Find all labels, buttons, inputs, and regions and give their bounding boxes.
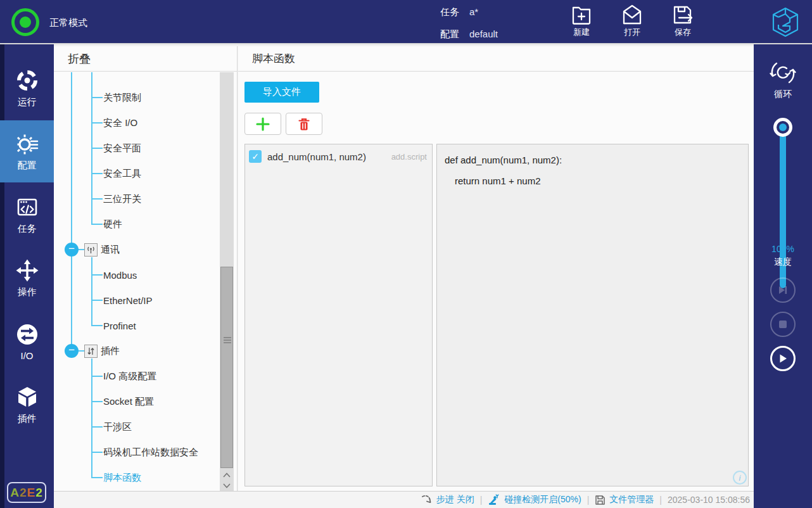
play-icon [777, 353, 789, 364]
new-button-label: 新建 [573, 27, 590, 38]
top-bar: 正常模式 任务a* 配置default 新建 打开 保存 [0, 0, 812, 44]
tree-item-io-advanced[interactable]: I/O 高级配置 [54, 364, 217, 389]
tree-item-script-functions[interactable]: 脚本函数 [54, 465, 217, 490]
nav-item-config[interactable]: 配置 [0, 120, 54, 182]
speed-label: 速度 [754, 257, 812, 268]
right-control-panel: 循环 100% 速度 [754, 44, 812, 508]
config-tree: 关节限制 安全 I/O 安全平面 安全工具 三位开关 硬件 − 通讯 Modbu… [54, 72, 219, 491]
antenna-icon [84, 243, 98, 257]
open-button-label: 打开 [624, 27, 640, 38]
badge-char: E [27, 486, 36, 500]
save-icon [671, 4, 694, 25]
nav-label-task: 任务 [18, 223, 37, 235]
clock-timestamp: 2025-03-10 15:08:56 [668, 495, 750, 505]
tree-item-joint-limit[interactable]: 关节限制 [54, 85, 217, 110]
brand-logo-icon [769, 6, 802, 39]
scroll-down-button[interactable] [220, 480, 234, 491]
nav-item-io[interactable]: I/O [0, 310, 54, 372]
plugin-cube-icon [15, 385, 39, 409]
code-line: def add_num(num1, num2): [445, 149, 740, 170]
collision-detection-icon [488, 494, 500, 505]
script-list-item[interactable]: ✓ add_num(num1, num2) add.script [249, 148, 428, 165]
tree-item-safety-tool[interactable]: 安全工具 [54, 161, 217, 186]
tree-item-safety-plane[interactable]: 安全平面 [54, 136, 217, 161]
code-line: return num1 + num2 [445, 170, 740, 191]
tree-item-interference-zone[interactable]: 干涉区 [54, 414, 217, 440]
open-button[interactable]: 打开 [608, 4, 656, 38]
tree-item-ethernet-ip[interactable]: EtherNet/IP [54, 288, 217, 313]
script-checkbox[interactable]: ✓ [249, 150, 262, 163]
new-file-icon [570, 4, 593, 25]
config-gear-icon [15, 132, 39, 156]
tree-scrollbar[interactable] [220, 72, 234, 491]
code-editor[interactable]: def add_num(num1, num2): return num1 + n… [436, 144, 749, 486]
tree-item-socket-config[interactable]: Socket 配置 [54, 389, 217, 414]
tree-scrollbar-thumb[interactable] [220, 267, 233, 468]
open-file-icon [621, 4, 644, 25]
step-next-button[interactable] [770, 277, 796, 303]
save-button-label: 保存 [675, 27, 691, 38]
nav-label-config: 配置 [18, 160, 37, 172]
info-icon[interactable]: i [733, 471, 747, 485]
step-mode-status[interactable]: 步进 关闭 [436, 494, 474, 505]
tree-item-hardware[interactable]: 硬件 [54, 212, 217, 237]
badge-char: A [10, 486, 20, 500]
nav-label-run: 运行 [18, 96, 37, 108]
config-value: default [469, 29, 498, 39]
stop-button[interactable] [770, 312, 796, 337]
script-functions-panel: 脚本函数 导入文件 ✓ add_num(num1, num2) add.scri… [238, 46, 754, 491]
status-bar: 步进 关闭 | 碰撞检测开启(50%) | 文件管理器 | 2025-03-10… [54, 491, 754, 508]
tree-group-plugin[interactable]: − 插件 [54, 338, 217, 364]
mode-label: 正常模式 [49, 17, 87, 29]
separator: | [585, 495, 592, 505]
badge-char: 2 [20, 486, 27, 500]
trash-icon [296, 116, 312, 132]
tree-item-modbus[interactable]: Modbus [54, 262, 217, 288]
tree-item-palletizer-data-safety[interactable]: 码垛机工作站数据安全 [54, 440, 217, 465]
mode-indicator-icon[interactable] [11, 8, 39, 36]
stop-icon [778, 320, 787, 329]
collapse-toggle-icon[interactable]: − [65, 344, 79, 358]
tree-item-profinet[interactable]: Profinet [54, 313, 217, 338]
nav-item-task[interactable]: 任务 [0, 184, 54, 246]
collision-detection-status[interactable]: 碰撞检测开启(50%) [504, 494, 581, 505]
new-button[interactable]: 新建 [557, 4, 606, 38]
file-manager-link[interactable]: 文件管理器 [609, 494, 654, 505]
move-arrows-icon [15, 258, 39, 283]
tree-item-three-position-switch[interactable]: 三位开关 [54, 186, 217, 212]
config-tree-panel: 折叠 关节限制 安全 I/O 安全平面 安全工具 三位开关 硬件 − 通讯 [54, 46, 238, 491]
tree-item-safety-io[interactable]: 安全 I/O [54, 110, 217, 136]
speed-slider-thumb[interactable] [773, 118, 792, 137]
skip-next-icon [777, 284, 789, 296]
collapse-toggle-icon[interactable]: − [65, 243, 79, 257]
tree-group-communication[interactable]: − 通讯 [54, 237, 217, 262]
nav-item-run[interactable]: 运行 [0, 57, 54, 119]
a2e2-badge[interactable]: A 2 E 2 [7, 482, 46, 503]
task-row: 任务a* [440, 6, 478, 18]
scroll-up-button[interactable] [220, 469, 234, 480]
nav-item-operate[interactable]: 操作 [0, 247, 54, 309]
script-name: add_num(num1, num2) [267, 151, 391, 162]
nav-label-io: I/O [20, 350, 33, 361]
separator: | [478, 495, 485, 505]
content-area: 折叠 关节限制 安全 I/O 安全平面 安全工具 三位开关 硬件 − 通讯 [54, 44, 754, 508]
config-label: 配置 [440, 29, 459, 39]
task-value: a* [469, 6, 478, 17]
sliders-icon [84, 345, 98, 358]
add-script-button[interactable] [244, 113, 281, 135]
delete-script-button[interactable] [286, 113, 322, 135]
collapse-all-button[interactable]: 折叠 [54, 46, 237, 72]
nav-label-plugin: 插件 [18, 413, 37, 425]
nav-item-plugin[interactable]: 插件 [0, 374, 54, 436]
nav-label-operate: 操作 [18, 286, 37, 298]
task-label: 任务 [440, 6, 459, 17]
play-button[interactable] [770, 346, 796, 371]
io-exchange-icon [15, 322, 39, 346]
run-icon [15, 68, 39, 92]
page-title: 脚本函数 [238, 46, 754, 72]
loop-button[interactable]: 循环 [754, 58, 812, 100]
save-button[interactable]: 保存 [659, 4, 707, 38]
script-list: ✓ add_num(num1, num2) add.script [244, 144, 433, 486]
import-file-button[interactable]: 导入文件 [244, 82, 319, 103]
loop-icon [768, 58, 797, 87]
